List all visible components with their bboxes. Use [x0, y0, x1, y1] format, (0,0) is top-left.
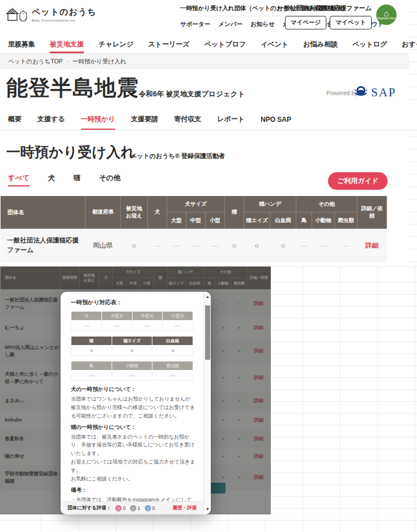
- modal-table-value: —: [163, 321, 193, 331]
- modal-table-value: —: [71, 321, 102, 331]
- petnoouchi-logo-icon: [6, 7, 28, 25]
- value-large: —: [173, 242, 180, 249]
- header-link-news[interactable]: お知らせ: [250, 20, 275, 28]
- account-name: 一般社団法人保護猫応援ファーム: [278, 4, 372, 12]
- col-small: 小型: [206, 212, 225, 229]
- site-logo[interactable]: ペットのおうち Easy Communications Inc.: [6, 7, 96, 25]
- modal-table-value: —: [152, 371, 193, 381]
- modal-notes-heading: 備考：: [71, 487, 195, 494]
- value-pickup: ○: [132, 241, 137, 250]
- scroll-up-icon[interactable]: ▲: [204, 293, 211, 301]
- filter-tab-cat[interactable]: 猫: [74, 168, 81, 190]
- value-small: —: [212, 242, 219, 249]
- smiley-good-icon[interactable]: [115, 505, 122, 512]
- col-cat-handi: 猫ハンデ: [244, 196, 296, 212]
- hero-title: 能登半島地震: [6, 74, 139, 103]
- filter-bar: すべて 犬 猫 その他 ご利用ガイド: [0, 168, 409, 195]
- modal-table-header: 小動物: [112, 361, 152, 371]
- col-dog: 犬: [148, 196, 167, 229]
- value-dog: —: [154, 242, 161, 249]
- rating-label: 団体に対する評価：: [67, 505, 111, 512]
- modal-dog-table: 犬大型犬中型犬小型犬————: [71, 311, 193, 331]
- modal-dog-text: 当団体ではワンちゃんはお預かりしておりませんが 被災地から預かり宅様への移送につ…: [71, 395, 195, 420]
- site-logo-subtext: Easy Communications Inc.: [32, 19, 96, 22]
- modal-table-header: 白血病: [152, 337, 193, 346]
- nav-event[interactable]: イベント: [261, 35, 288, 53]
- nav-petlog[interactable]: ペットログ: [352, 35, 387, 53]
- section-heading: 一時預かり受け入れ ペットのおうち® 登録保護活動者: [0, 130, 409, 168]
- mypage-button[interactable]: マイページ: [285, 16, 326, 29]
- org-pref: 岡山県: [86, 229, 121, 262]
- guide-button[interactable]: ご利用ガイド: [328, 172, 388, 190]
- value-cat: ○: [232, 241, 237, 250]
- modal-footer: 団体に対する評価： 0 1 0: [61, 501, 203, 514]
- azukari-table: 団体名 都道府県 被災地 お迎え 犬 犬サイズ 猫 猫ハンデ その他 詳細／依頼…: [0, 195, 386, 262]
- nav-onayami[interactable]: お悩み相談: [303, 35, 338, 53]
- detail-link[interactable]: 詳細: [365, 242, 378, 249]
- smiley-neutral-icon[interactable]: [130, 505, 137, 512]
- modal-table-value: ○: [152, 346, 193, 356]
- modal-scrollbar[interactable]: ▲ ▼: [203, 292, 211, 514]
- subnav-overview[interactable]: 概要: [8, 109, 22, 130]
- house-cat-icon: ⌂: [384, 10, 389, 17]
- page-subtitle: ペットのおうち® 登録保護活動者: [130, 152, 225, 160]
- subnav-npo-sap[interactable]: NPO SAP: [261, 109, 291, 130]
- subnav-azukari[interactable]: 一時預かり: [81, 109, 116, 130]
- account-avatar[interactable]: ⌂ Hogoneko Farm: [376, 5, 397, 25]
- modal-table-header: 中型犬: [132, 312, 163, 321]
- mypet-button[interactable]: マイペット: [330, 16, 372, 29]
- modal-table-value: —: [132, 321, 163, 331]
- org-detail-modal: 一時預かり対応表： 犬大型犬中型犬小型犬———— 猫猫エイズ白血病○○○ 鳥小動…: [61, 292, 211, 514]
- modal-body: 一時預かり対応表： 犬大型犬中型犬小型犬———— 猫猫エイズ白血病○○○ 鳥小動…: [61, 292, 203, 501]
- modal-notes-text: ・当団体では、活動報告をInstagramをメインにしております。 保護猫の様子…: [71, 496, 195, 501]
- nav-petprof[interactable]: ペットプロフ: [205, 35, 246, 53]
- site-header: ペットのおうち Easy Communications Inc. 一時預かり受け…: [0, 0, 409, 35]
- rating-bad: 0: [144, 505, 155, 512]
- subnav-kifu[interactable]: 寄付収支: [174, 109, 201, 130]
- nav-challenge[interactable]: チャレンジ: [99, 35, 133, 53]
- page-title: 一時預かり受け入れ: [6, 143, 135, 161]
- sap-emblem-icon: [354, 84, 368, 101]
- rating-neutral: 1: [130, 505, 141, 512]
- col-cat-aids: 猫エイズ: [244, 212, 270, 229]
- smiley-bad-icon[interactable]: [144, 505, 151, 512]
- modal-cat-text: 当団体では、被災者さまのペットの一時的なお預かり、手放す場合等の貰い手様探しにつ…: [71, 433, 195, 483]
- modal-table-value: ○: [112, 346, 152, 356]
- header-link-member[interactable]: メンバー: [218, 20, 242, 28]
- modal-other-table: 鳥小動物爬虫類———: [71, 361, 193, 381]
- sap-logo[interactable]: SAP: [354, 84, 397, 101]
- filter-tab-other[interactable]: その他: [99, 168, 121, 190]
- avatar-label: Hogoneko Farm: [377, 17, 395, 20]
- table-row: 一般社団法人保護猫応援ファーム 岡山県 ○ — — — — ○ ○ ○ — — …: [1, 229, 387, 262]
- subnav-support[interactable]: 支援する: [37, 109, 65, 130]
- main-nav: 里親募集 被災地支援 チャレンジ ストーリーズ ペットプロフ イベント お悩み相…: [0, 35, 409, 54]
- filter-tab-all[interactable]: すべて: [8, 168, 29, 190]
- value-bird: —: [301, 242, 308, 249]
- subnav-yousei[interactable]: 支援要請: [131, 109, 158, 130]
- nav-stories[interactable]: ストーリーズ: [148, 35, 189, 53]
- modal-table-header: 爬虫類: [152, 361, 193, 371]
- value-leukemia: ○: [281, 241, 286, 250]
- org-name: 一般社団法人保護猫応援ファーム: [1, 229, 86, 262]
- header-link-supporter[interactable]: サポーター: [180, 20, 210, 28]
- col-small-animal: 小動物: [312, 212, 335, 229]
- breadcrumb-current: 一時預かり受け入れ: [73, 58, 126, 66]
- rating-good: 0: [115, 505, 126, 512]
- modal-table-value: —: [101, 321, 132, 331]
- subnav-report[interactable]: レポート: [217, 109, 245, 130]
- filter-tab-dog[interactable]: 犬: [48, 168, 56, 190]
- breadcrumb: ペットのおうちTOP › 一時預かり受け入れ: [0, 54, 409, 69]
- breadcrumb-home[interactable]: ペットのおうちTOP: [8, 58, 63, 66]
- nav-osusowake[interactable]: おすそ分け⧉: [402, 35, 417, 53]
- modal-table-header: 小型犬: [163, 312, 193, 321]
- modal-title: 一時預かり対応表：: [71, 299, 195, 307]
- scrollbar-thumb[interactable]: [205, 305, 210, 360]
- nav-satooya[interactable]: 里親募集: [8, 35, 35, 53]
- value-small-animal: —: [320, 242, 327, 249]
- modal-table-value: —: [112, 371, 152, 381]
- nav-hisaichi-shien[interactable]: 被災地支援: [50, 35, 84, 53]
- history-rating-link[interactable]: 履歴・評価: [173, 505, 197, 512]
- modal-table-header: 大型犬: [101, 312, 132, 321]
- col-bird: 鳥: [296, 212, 312, 229]
- col-dog-size: 犬サイズ: [167, 196, 225, 212]
